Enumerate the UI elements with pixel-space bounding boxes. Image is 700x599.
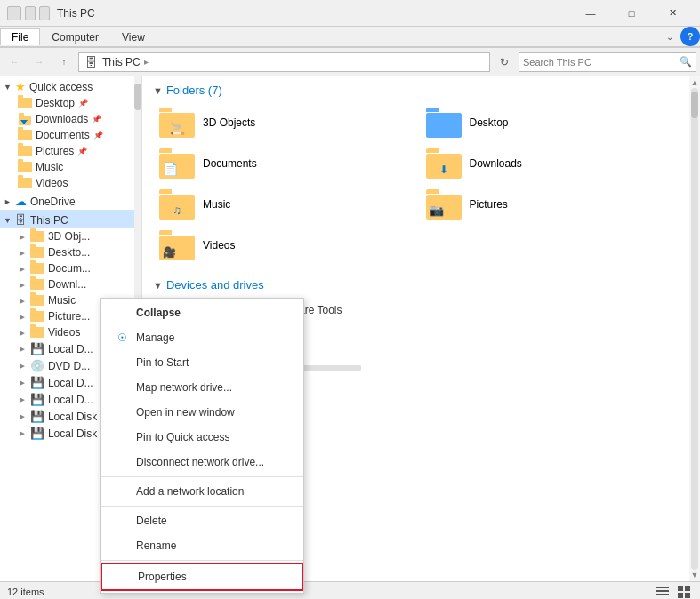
ctx-collapse[interactable]: Collapse [101, 300, 303, 325]
minimize-button[interactable]: — [570, 0, 611, 27]
sidebar-item-documents[interactable]: Documents 📌 [0, 127, 141, 143]
ctx-add-location[interactable]: Add a network location [101, 479, 303, 504]
ctx-label: Rename [136, 539, 176, 552]
ctx-label: Open in new window [136, 406, 235, 419]
ctx-map-drive[interactable]: Map network drive... [101, 375, 303, 400]
sidebar-item-pictures[interactable]: Pictures 📌 [0, 143, 141, 159]
sidebar-quick-access[interactable]: ▼ ★ Quick access [0, 76, 141, 95]
view-large-icons-button[interactable] [675, 583, 693, 600]
folder-item-downloads[interactable]: ⬇ Downloads [420, 145, 683, 182]
svg-rect-9 [678, 593, 683, 598]
forward-button[interactable]: → [28, 52, 50, 73]
folder-item-desktop[interactable]: Desktop [420, 104, 683, 141]
ribbon: File Computer View ⌄ ? [0, 27, 700, 48]
svg-rect-6 [656, 594, 669, 595]
svg-rect-5 [656, 590, 669, 592]
folder-icon [30, 231, 44, 242]
sidebar-item-label: Local D... [48, 377, 93, 389]
folder-icon [30, 247, 44, 258]
folder-name: Downloads [470, 157, 522, 170]
ctx-delete[interactable]: Delete [101, 508, 303, 533]
search-box[interactable]: 🔍 [519, 52, 696, 72]
folder-item-documents[interactable]: 📄 Documents [153, 145, 416, 182]
sidebar-item-label: Local D... [48, 394, 93, 406]
ribbon-chevron[interactable]: ⌄ [659, 32, 680, 42]
devices-header-label: Devices and drives [166, 278, 264, 292]
devices-section-header: ▼ Devices and drives [153, 278, 682, 292]
folder-name: Music [203, 198, 230, 211]
ctx-label: Manage [136, 331, 174, 344]
sidebar-item-3dobjects[interactable]: ► 3D Obj... [0, 228, 141, 244]
maximize-button[interactable]: □ [611, 0, 652, 27]
pin-icon: 📌 [93, 131, 103, 140]
view-details-button[interactable] [654, 583, 672, 600]
properties-icon [117, 570, 131, 584]
ctx-pin-quick[interactable]: Pin to Quick access [101, 425, 303, 450]
ctx-properties[interactable]: Properties [101, 563, 303, 591]
sidebar-item-music[interactable]: Music [0, 159, 141, 175]
sidebar-this-pc[interactable]: ▼ 🗄 This PC [0, 210, 141, 228]
ctx-rename[interactable]: Rename [101, 533, 303, 558]
sidebar-item-label: 3D Obj... [48, 230, 90, 243]
folder-icon [18, 130, 32, 140]
folder-item-3dobjects[interactable]: 🚬 3D Objects [153, 104, 416, 141]
sidebar-item-videos[interactable]: Videos [0, 175, 141, 191]
refresh-button[interactable]: ↻ [494, 52, 515, 73]
sidebar-item-documents2[interactable]: ► Docum... [0, 260, 141, 276]
close-button[interactable]: ✕ [652, 0, 693, 27]
expand-arrow: ▼ [4, 216, 12, 225]
ctx-disconnect[interactable]: Disconnect network drive... [101, 450, 303, 475]
sidebar-item-label: Pictures [36, 145, 74, 157]
folder-icon [30, 295, 44, 306]
search-input[interactable] [523, 57, 680, 68]
back-button[interactable]: ← [4, 52, 25, 73]
sidebar-item-downloads[interactable]: Downloads 📌 [0, 111, 141, 127]
sidebar-item-desktop2[interactable]: ► Deskto... [0, 244, 141, 260]
ctx-label: Delete [136, 515, 167, 527]
ctx-label: Properties [138, 571, 187, 583]
up-button[interactable]: ↑ [53, 52, 75, 73]
folder-icon [30, 263, 44, 274]
disconnect-icon [115, 455, 129, 469]
sidebar-item-downloads2[interactable]: ► Downl... [0, 276, 141, 292]
sidebar-item-desktop[interactable]: Desktop 📌 [0, 95, 141, 111]
title-bar: This PC — □ ✕ [0, 0, 700, 27]
delete-icon [115, 514, 129, 528]
ctx-pin-start[interactable]: Pin to Start [101, 350, 303, 375]
window-title: This PC [57, 7, 570, 20]
folder-name: Videos [203, 239, 235, 252]
sidebar-item-label: Local D... [48, 343, 93, 355]
tab-file[interactable]: File [0, 28, 40, 45]
sidebar-item-label: DVD D... [48, 360, 90, 372]
ctx-separator-2 [101, 506, 303, 507]
folder-item-music[interactable]: ♫ Music [153, 186, 416, 223]
ctx-separator-1 [101, 476, 303, 477]
onedrive-label: OneDrive [30, 196, 76, 208]
sidebar-item-label: Downloads [36, 113, 88, 125]
properties-icon [39, 6, 50, 20]
save-icon [7, 6, 21, 20]
folder-item-videos[interactable]: 🎥 Videos [153, 227, 416, 264]
folder-name: Pictures [470, 198, 508, 211]
context-menu: Collapse ☉ Manage Pin to Start Map netwo… [100, 298, 304, 594]
address-bar: ← → ↑ 🗄 This PC ▸ ↻ 🔍 [0, 48, 700, 76]
folder-name: 3D Objects [203, 116, 255, 129]
ctx-manage[interactable]: ☉ Manage [101, 325, 303, 350]
sidebar-item-label: Downl... [48, 278, 86, 291]
ctx-separator-3 [101, 560, 303, 561]
tab-computer[interactable]: Computer [40, 28, 110, 45]
folder-icon [18, 178, 32, 188]
add-location-icon [115, 484, 129, 499]
ctx-open-window[interactable]: Open in new window [101, 400, 303, 425]
pin-quick-icon [115, 430, 129, 444]
sidebar-onedrive[interactable]: ► ☁ OneDrive [0, 191, 141, 210]
undo-icon [25, 6, 36, 20]
ribbon-tab-row: File Computer View ⌄ ? [0, 27, 700, 47]
folders-grid: 🚬 3D Objects Desktop [153, 104, 682, 264]
help-button[interactable]: ? [680, 27, 700, 46]
folder-item-pictures[interactable]: 📷 Pictures [420, 186, 683, 223]
address-breadcrumb[interactable]: 🗄 This PC ▸ [78, 52, 490, 72]
tab-view[interactable]: View [110, 28, 157, 45]
folder-icon [30, 327, 44, 338]
breadcrumb-separator: ▸ [144, 57, 149, 67]
